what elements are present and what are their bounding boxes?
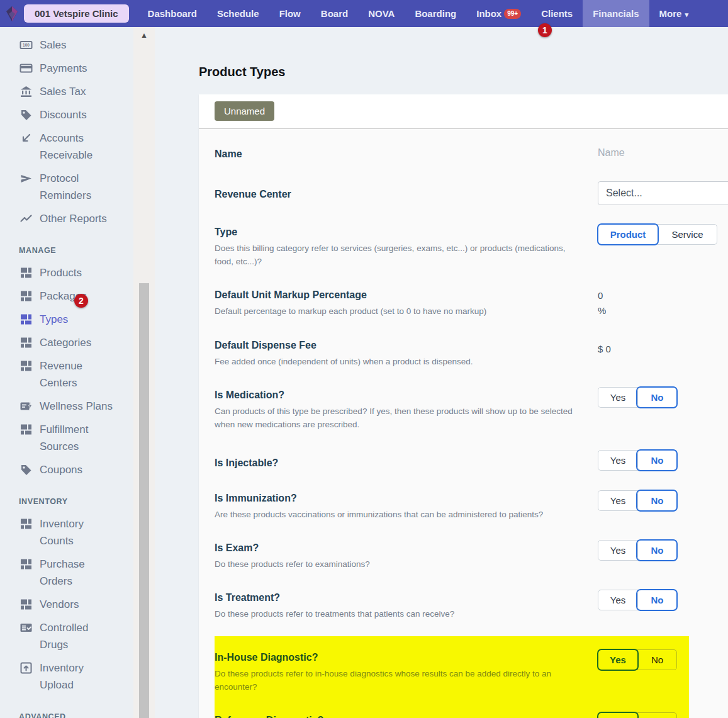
scrollbar-thumb[interactable] xyxy=(139,283,149,718)
reference-diagnostic-toggle: Yes No xyxy=(598,712,677,718)
grid-icon xyxy=(19,357,33,373)
tag-icon xyxy=(19,461,33,476)
no-button[interactable]: No xyxy=(637,650,676,670)
sidebar-section-inventory: INVENTORY xyxy=(0,481,133,512)
sidebar-item-products[interactable]: Products xyxy=(0,261,133,284)
nav-dashboard[interactable]: Dashboard xyxy=(138,0,207,27)
yes-button[interactable]: Yes xyxy=(598,590,637,610)
field-description: Are these products vaccinations or immun… xyxy=(215,508,582,521)
row-is-treatment: Is Treatment? Do these products refer to… xyxy=(215,580,712,630)
page-title: Product Types xyxy=(199,65,728,79)
sidebar-item-purchase-orders[interactable]: Purchase Orders xyxy=(0,553,133,593)
sidebar-item-sales-tax[interactable]: Sales Tax xyxy=(0,80,133,103)
sidebar-item-inventory-upload[interactable]: Inventory Upload xyxy=(0,656,133,697)
no-button[interactable]: No xyxy=(637,541,676,560)
sidebar-scrollbar[interactable]: ▲ xyxy=(133,27,155,718)
sidebar-item-other-reports[interactable]: Other Reports xyxy=(0,207,133,230)
nav-clients[interactable]: Clients xyxy=(531,0,583,27)
nav-financials[interactable]: Financials xyxy=(583,0,649,27)
is-treatment-toggle: Yes No xyxy=(598,590,677,610)
type-product-button[interactable]: Product xyxy=(598,225,658,244)
yes-button[interactable]: Yes xyxy=(598,650,637,670)
no-button[interactable]: No xyxy=(637,451,676,470)
sidebar-item-accounts-receivable[interactable]: Accounts Receivable xyxy=(0,126,133,167)
dispense-fee-value[interactable]: $ 0 xyxy=(598,337,611,354)
main-content: Product Types Unnamed Name Revenue Cente… xyxy=(155,27,728,718)
grid-icon xyxy=(19,421,33,436)
revenue-center-select[interactable]: Select... xyxy=(598,181,728,205)
field-label: Is Injectable? xyxy=(215,455,582,471)
no-button[interactable]: No xyxy=(637,491,676,510)
nav-more[interactable]: More▾ xyxy=(649,0,698,27)
row-is-exam: Is Exam? Do these products refer to exam… xyxy=(215,530,712,580)
type-service-button[interactable]: Service xyxy=(658,225,717,244)
field-label: Name xyxy=(215,146,582,162)
row-name: Name xyxy=(215,137,712,172)
sidebar-item-wellness-plans[interactable]: Wellness Plans xyxy=(0,395,133,418)
svg-text:100: 100 xyxy=(23,43,30,47)
nav-board[interactable]: Board xyxy=(311,0,358,27)
field-description: Does this billing category refer to serv… xyxy=(215,242,582,268)
sidebar-item-fulfillment-sources[interactable]: Fulfillment Sources xyxy=(0,418,133,458)
field-description: Do these products refer to treatments th… xyxy=(215,607,582,620)
nav-nova[interactable]: NOVA xyxy=(358,0,405,27)
sidebar-item-revenue-centers[interactable]: Revenue Centers xyxy=(0,354,133,395)
field-label: Revenue Center xyxy=(215,186,582,203)
row-in-house-diagnostic: In-House Diagnostic? Do these products r… xyxy=(215,640,689,703)
grid-icon xyxy=(19,515,33,530)
row-revenue-center: Revenue Center Select... xyxy=(215,172,712,215)
field-label: Is Medication? xyxy=(215,387,582,403)
sidebar-section-manage: MANAGE xyxy=(0,230,133,261)
nav-boarding[interactable]: Boarding xyxy=(405,0,466,27)
credit-card-icon xyxy=(19,60,33,75)
yes-button[interactable]: Yes xyxy=(598,713,637,718)
sidebar-item-sales[interactable]: 100 Sales xyxy=(0,33,133,57)
sidebar: 100 Sales Payments Sales Tax Discounts A… xyxy=(0,27,133,718)
markup-unit: % xyxy=(598,303,606,318)
field-label: Default Dispense Fee xyxy=(215,337,582,354)
sidebar-item-packages[interactable]: Packages xyxy=(0,284,133,308)
clinic-selector[interactable]: 001 Vetspire Clinic xyxy=(24,4,129,23)
field-label: Reference Diagnostic? xyxy=(215,712,582,718)
banknote-icon: 100 xyxy=(19,36,33,52)
nav-schedule[interactable]: Schedule xyxy=(207,0,269,27)
sidebar-item-types[interactable]: Types xyxy=(0,308,133,331)
row-is-immunization: Is Immunization? Are these products vacc… xyxy=(215,481,712,530)
is-medication-toggle: Yes No xyxy=(598,387,677,408)
yes-button[interactable]: Yes xyxy=(598,541,637,560)
nav-inbox[interactable]: Inbox99+ xyxy=(466,0,531,27)
row-reference-diagnostic: Reference Diagnostic? Do these products … xyxy=(215,703,689,718)
grid-icon xyxy=(19,264,33,279)
field-description: Can products of this type be prescribed?… xyxy=(215,405,582,431)
sidebar-item-discounts[interactable]: Discounts xyxy=(0,103,133,126)
no-button[interactable]: No xyxy=(637,590,676,610)
markup-value[interactable]: 0 xyxy=(598,288,606,303)
field-label: Type xyxy=(215,224,582,240)
inbox-count-badge: 99+ xyxy=(504,9,521,19)
sidebar-item-coupons[interactable]: Coupons xyxy=(0,458,133,481)
sidebar-item-categories[interactable]: Categories xyxy=(0,331,133,354)
no-button[interactable]: No xyxy=(637,388,676,407)
sidebar-item-controlled-drugs[interactable]: Controlled Drugs xyxy=(0,616,133,656)
row-default-unit-markup: Default Unit Markup Percentage Default p… xyxy=(215,278,712,328)
yes-button[interactable]: Yes xyxy=(598,491,637,510)
product-type-card: Unnamed Name Revenue Center Select... xyxy=(199,94,728,718)
nav-flow[interactable]: Flow xyxy=(269,0,311,27)
grid-icon xyxy=(19,556,33,571)
name-input[interactable] xyxy=(598,146,724,160)
status-badge: Unnamed xyxy=(215,101,274,121)
yes-button[interactable]: Yes xyxy=(598,451,637,470)
is-immunization-toggle: Yes No xyxy=(598,490,677,511)
field-label: In-House Diagnostic? xyxy=(215,649,582,666)
sidebar-item-protocol-reminders[interactable]: Protocol Reminders xyxy=(0,167,133,207)
scroll-up-icon[interactable]: ▲ xyxy=(133,31,155,40)
sidebar-item-vendors[interactable]: Vendors xyxy=(0,593,133,616)
yes-button[interactable]: Yes xyxy=(598,388,637,407)
sidebar-item-inventory-counts[interactable]: Inventory Counts xyxy=(0,512,133,553)
row-default-dispense-fee: Default Dispense Fee Fee added once (ind… xyxy=(215,328,712,378)
grid-icon xyxy=(19,596,33,611)
sidebar-item-payments[interactable]: Payments xyxy=(0,57,133,80)
is-injectable-toggle: Yes No xyxy=(598,450,677,471)
send-icon xyxy=(19,170,33,185)
no-button[interactable]: No xyxy=(637,713,676,718)
